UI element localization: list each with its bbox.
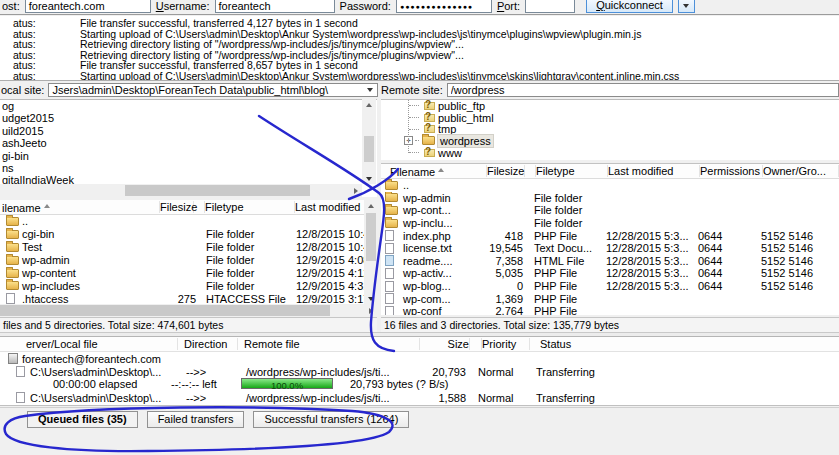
local-tree-item[interactable]: og (0, 100, 377, 112)
file-name: wp-cont... (403, 204, 487, 216)
scroll-down-icon[interactable] (363, 173, 376, 184)
table-row[interactable]: .. (381, 179, 839, 192)
table-row[interactable]: wp-content File folder 12/9/2015 4:12 (0, 267, 377, 280)
tab-queued-files[interactable]: Queued files (35) (27, 411, 138, 428)
password-input[interactable]: ●●●●●●●●●●●●●● (396, 0, 492, 13)
queue-transfer-row[interactable]: C:\Users\admin\Desktop\... -->> /wordpre… (0, 391, 839, 404)
column-header-owner[interactable]: Owner/Gro... (763, 165, 839, 177)
file-icon (385, 306, 394, 315)
column-header-filename[interactable]: ilename (2, 201, 160, 213)
remote-tree-item[interactable]: ? tmp (381, 123, 839, 135)
folder-icon (6, 256, 19, 265)
local-site-label: ocal site: (1, 84, 44, 96)
transfer-direction: -->> (180, 366, 240, 378)
scrollbar-thumb[interactable] (125, 185, 310, 196)
transfer-priority: Normal (478, 366, 526, 378)
local-tree-item[interactable]: udget2015 (0, 112, 377, 124)
local-site-combo[interactable]: Jsers\admin\Desktop\ForeanTech Data\publ… (48, 83, 378, 97)
local-tree-vertical-scrollbar[interactable] (362, 99, 376, 184)
table-row[interactable]: wp-blog... 0 PHP File 12/28/2015 5:3... … (381, 280, 839, 293)
table-row[interactable]: wp-admin File folder (381, 192, 839, 205)
table-row[interactable]: .htaccess 275 HTACCESS File 12/9/2015 3:… (0, 292, 377, 304)
folder-icon (6, 230, 19, 239)
scroll-right-icon[interactable] (349, 185, 362, 196)
table-row[interactable]: .. (0, 215, 377, 228)
remote-site-combo[interactable]: /wordpress (447, 83, 839, 97)
column-header-size[interactable]: Size (420, 338, 470, 350)
scroll-up-icon[interactable] (363, 99, 376, 110)
log-status-label: atus: (0, 60, 80, 71)
table-row[interactable]: wp-inclu... File folder (381, 217, 839, 230)
column-header-filesize[interactable]: Filesize (487, 165, 525, 177)
table-row[interactable]: readme.... 7,358 HTML File 12/28/2015 5:… (381, 255, 839, 268)
transfer-remote-path: /wordpress/wp-includes/js/ti... (240, 366, 422, 378)
column-header-filename[interactable]: Filename (390, 165, 487, 177)
table-row[interactable]: Test File folder 12/8/2015 10:4 (0, 241, 377, 254)
table-row[interactable]: wp-com... 1,369 PHP File (381, 292, 839, 305)
table-row[interactable]: license.txt 19,545 Text Docu... 12/28/20… (381, 242, 839, 255)
log-line: atus:File transfer successful, transferr… (0, 18, 839, 29)
column-header-filetype[interactable]: Filetype (536, 165, 608, 177)
local-list-horizontal-scrollbar[interactable] (0, 304, 377, 317)
local-tree-item[interactable]: ns (0, 162, 377, 174)
transfer-local-path: C:\Users\admin\Desktop\... (30, 366, 180, 378)
local-list-vertical-scrollbar[interactable] (364, 200, 377, 304)
transfer-direction: -->> (180, 392, 240, 404)
scroll-up-icon[interactable] (364, 200, 377, 211)
port-label: Port: (497, 0, 520, 12)
local-tree-horizontal-scrollbar[interactable] (0, 184, 362, 197)
scrollbar-thumb[interactable] (0, 305, 330, 316)
remote-tree-item-selected[interactable]: + wordpress (381, 135, 839, 147)
log-line: atus:Starting upload of C:\Users\admin\D… (0, 71, 839, 81)
tab-failed-transfers[interactable]: Failed transfers (147, 411, 245, 428)
progress-bar: 100.0% (241, 378, 333, 389)
message-log: atus:File transfer successful, transferr… (0, 16, 839, 81)
remote-site-label: Remote site: (381, 84, 443, 96)
column-header-remote-file[interactable]: Remote file (238, 338, 420, 350)
column-header-modified[interactable]: Last modified (608, 165, 700, 177)
queue-server-row[interactable]: foreantech@foreantech.com (0, 352, 839, 365)
file-name: .. (403, 179, 487, 191)
column-header-local-file[interactable]: erver/Local file (0, 338, 178, 350)
file-icon (16, 392, 25, 403)
table-row[interactable]: index.php 418 PHP File 12/28/2015 5:3...… (381, 229, 839, 242)
local-directory-tree: og udget2015 uild2015 ashJeeto gi-bin ns… (0, 99, 377, 197)
scrollbar-thumb[interactable] (366, 213, 376, 261)
folder-icon (6, 269, 19, 278)
local-tree-item[interactable]: ashJeeto (0, 137, 377, 149)
file-icon (16, 366, 25, 377)
sort-asc-icon (44, 201, 50, 208)
username-input[interactable]: foreantech (215, 0, 335, 13)
scroll-down-icon[interactable] (364, 293, 377, 304)
table-row[interactable]: wp-admin File folder 12/9/2015 4:08 (0, 254, 377, 267)
column-header-direction[interactable]: Direction (178, 338, 238, 350)
tab-successful-transfers[interactable]: Successful transfers (1264) (253, 411, 409, 428)
queue-transfer-row[interactable]: C:\Users\admin\Desktop\... -->> /wordpre… (0, 365, 839, 378)
table-row[interactable]: wp-conf 2,764 PHP File (381, 305, 839, 315)
port-input[interactable] (525, 0, 575, 13)
table-row[interactable]: wp-cont... File folder (381, 204, 839, 217)
transfer-local-path: C:\Users\admin\Desktop\... (30, 392, 180, 404)
remote-tree-item[interactable]: ? public_ftp (381, 100, 839, 112)
transfer-status: Transferring (526, 392, 839, 404)
column-header-filetype[interactable]: Filetype (205, 201, 295, 213)
local-tree-item[interactable]: uild2015 (0, 125, 377, 137)
chevron-down-icon[interactable] (363, 85, 377, 95)
quickconnect-dropdown-button[interactable] (678, 0, 695, 13)
table-row[interactable]: cgi-bin File folder 12/8/2015 10:4 (0, 228, 377, 241)
table-row[interactable]: wp-activ... 5,035 PHP File 12/28/2015 5:… (381, 267, 839, 280)
remote-tree-item[interactable]: ? public_html (381, 112, 839, 124)
log-message: Starting upload of C:\Users\admin\Deskto… (80, 71, 679, 81)
column-header-filesize[interactable]: Filesize (160, 201, 194, 213)
quickconnect-button[interactable]: Quickconnect (586, 0, 673, 13)
scroll-right-icon[interactable] (364, 305, 377, 316)
remote-tree-item[interactable]: ? www (381, 147, 839, 159)
column-header-permissions[interactable]: Permissions (700, 165, 763, 177)
scrollbar-thumb[interactable] (364, 136, 374, 162)
column-header-priority[interactable]: Priority (482, 338, 530, 350)
column-header-status[interactable]: Status (530, 338, 839, 350)
table-row[interactable]: wp-includes File folder 12/9/2015 4:31 (0, 279, 377, 292)
local-tree-item[interactable]: gi-bin (0, 150, 377, 162)
queue-progress-row: 00:00:00 elapsed --:--:-- left 100.0% 20… (0, 378, 839, 391)
host-input[interactable]: foreantech.com (25, 0, 151, 13)
